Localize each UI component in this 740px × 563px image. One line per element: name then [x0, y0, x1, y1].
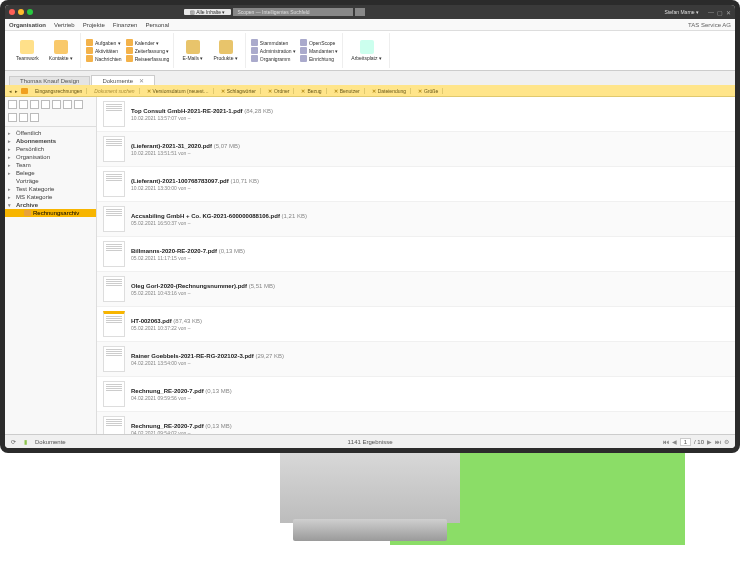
document-row[interactable]: Accsabiling GmbH + Co. KG-2021-600000088…	[97, 202, 735, 237]
view-opt[interactable]	[41, 100, 50, 109]
arbeitsplatz-button[interactable]: Arbeitsplatz ▾	[348, 33, 385, 68]
view-opt[interactable]	[19, 100, 28, 109]
document-row[interactable]: HT-002063.pdf (87,43 KB)05.02.2021 10:37…	[97, 307, 735, 342]
zeiterfassung-button[interactable]: Zeiterfassung ▾	[126, 47, 170, 54]
document-row[interactable]: Rainer Goebbels-2021-RE-RG-202102-3.pdf …	[97, 342, 735, 377]
monitor-stand	[280, 453, 460, 523]
emails-button[interactable]: E-Mails ▾	[179, 33, 206, 68]
filter-folder[interactable]: Eingangsrechnungen	[31, 88, 87, 94]
tenant-icon	[300, 47, 307, 54]
view-opt[interactable]	[19, 113, 28, 122]
doc-meta: 05.02.2021 10:43:16 von –	[131, 290, 275, 296]
filter-col-0[interactable]: ✕ Schlagwörter	[217, 88, 261, 94]
tab-dokumente[interactable]: Dokumente✕	[91, 75, 155, 85]
page-prev-icon[interactable]: ◀	[672, 438, 677, 445]
tree-node[interactable]: ▸Abonnements	[5, 137, 96, 145]
close-icon[interactable]: ✕	[726, 9, 731, 16]
tree-node[interactable]: Rechnungsarchiv	[5, 209, 96, 217]
document-row[interactable]: Top Consult GmbH-2021-RE-2021-1.pdf (84,…	[97, 97, 735, 132]
view-opt[interactable]	[63, 100, 72, 109]
doc-meta: 10.02.2021 13:57:07 von –	[131, 115, 273, 121]
refresh-icon[interactable]: ⟳	[11, 438, 16, 445]
einrichtung-button[interactable]: Einrichtung	[300, 55, 338, 62]
page-first-icon[interactable]: ⏮	[663, 439, 669, 445]
window-min-dot[interactable]	[18, 9, 24, 15]
menu-vertrieb[interactable]: Vertrieb	[54, 22, 75, 28]
tab-close-icon[interactable]: ✕	[139, 78, 144, 84]
window-close-dot[interactable]	[9, 9, 15, 15]
document-row[interactable]: (Lieferant)-2021-100768783097.pdf (10,71…	[97, 167, 735, 202]
tree-node[interactable]: ▸Persönlich	[5, 145, 96, 153]
document-row[interactable]: Billmanns-2020-RE-2020-7.pdf (0,13 MB)05…	[97, 237, 735, 272]
filter-col-2[interactable]: ✕ Bezug	[297, 88, 326, 94]
openscope-button[interactable]: OpenScope	[300, 39, 338, 46]
page-next-icon[interactable]: ▶	[707, 438, 712, 445]
tree-node[interactable]: Vorträge	[5, 177, 96, 185]
tree-node[interactable]: ▸Team	[5, 161, 96, 169]
filter-search-input[interactable]: Dokument suchen	[90, 88, 139, 94]
organigramm-button[interactable]: Organigramm	[251, 55, 296, 62]
tab-design[interactable]: Thomas Knauf Design	[9, 76, 90, 85]
tree-node[interactable]: ▸Test Kategorie	[5, 185, 96, 193]
user-menu[interactable]: Stefan Marne ▾	[665, 9, 699, 15]
tree-node[interactable]: ▾Archive	[5, 201, 96, 209]
tree-node[interactable]: ▸Belege	[5, 169, 96, 177]
filter-col-3[interactable]: ✕ Benutzer	[330, 88, 365, 94]
page-last-icon[interactable]: ⏭	[715, 439, 721, 445]
kontakte-icon	[54, 40, 68, 54]
header-search-dropdown[interactable]	[355, 8, 365, 16]
filter-col-5[interactable]: ✕ Größe	[414, 88, 443, 94]
page-input[interactable]: 1	[680, 438, 691, 446]
kontakte-button[interactable]: Kontakte ▾	[46, 33, 76, 68]
tree-node[interactable]: ▸Öffentlich	[5, 129, 96, 137]
settings-icon[interactable]: ⚙	[724, 438, 729, 445]
tree-node[interactable]: ▸MS Kategorie	[5, 193, 96, 201]
view-opt[interactable]	[8, 113, 17, 122]
aufgaben-button[interactable]: Aufgaben ▾	[86, 39, 122, 46]
header-search-input[interactable]: Scopen — Intelligentes Suchfeld	[233, 8, 353, 16]
nachrichten-button[interactable]: Nachrichten	[86, 55, 122, 62]
kalender-button[interactable]: Kalender ▾	[126, 39, 170, 46]
maximize-icon[interactable]: ▢	[717, 9, 723, 16]
view-opt[interactable]	[30, 113, 39, 122]
doc-thumbnail	[103, 136, 125, 162]
stammdaten-button[interactable]: Stammdaten	[251, 39, 296, 46]
view-opt[interactable]	[52, 100, 61, 109]
doc-meta: 10.02.2021 13:51:51 von –	[131, 150, 240, 156]
aktivitaeten-button[interactable]: Aktivitäten	[86, 47, 122, 54]
menu-finanzen[interactable]: Finanzen	[113, 22, 138, 28]
chart-icon[interactable]: ▮	[24, 438, 27, 445]
view-opt[interactable]	[74, 100, 83, 109]
filter-version[interactable]: ✕ Versionsdatum (neuest…	[143, 88, 214, 94]
travel-icon	[126, 55, 133, 62]
administration-button[interactable]: Administration ▾	[251, 47, 296, 54]
nav-fwd-icon[interactable]: ▸	[15, 88, 18, 94]
admin-icon	[251, 47, 258, 54]
page-total: / 10	[694, 439, 704, 445]
nav-back-icon[interactable]: ◂	[9, 88, 12, 94]
mandanten-button[interactable]: Mandanten ▾	[300, 47, 338, 54]
tree-node[interactable]: ▸Organisation	[5, 153, 96, 161]
produkte-button[interactable]: Produkte ▾	[210, 33, 240, 68]
reiseerfassung-button[interactable]: Reiseerfassung	[126, 55, 170, 62]
doc-name: Rechnung_RE-2020-7.pdf (0,13 MB)	[131, 388, 232, 394]
menu-personal[interactable]: Personal	[145, 22, 169, 28]
teamwork-button[interactable]: Teamwork	[13, 33, 42, 68]
doc-name: Billmanns-2020-RE-2020-7.pdf (0,13 MB)	[131, 248, 245, 254]
main-menubar: Organisation Vertrieb Projekte Finanzen …	[5, 19, 735, 31]
document-row[interactable]: Rechnung_RE-2020-7.pdf (0,13 MB)04.02.20…	[97, 377, 735, 412]
document-row[interactable]: (Lieferant)-2021-31_2020.pdf (5,07 MB)10…	[97, 132, 735, 167]
minimize-icon[interactable]: —	[708, 9, 714, 16]
window-max-dot[interactable]	[27, 9, 33, 15]
menu-organisation[interactable]: Organisation	[9, 22, 46, 28]
document-row[interactable]: Oleg Gorl-2020-(Rechnungsnummer).pdf (5,…	[97, 272, 735, 307]
document-tabs: Thomas Knauf Design Dokumente✕	[5, 71, 735, 85]
header-filter-dropdown[interactable]: ▨ Alle Inhalte ▾	[184, 9, 231, 15]
filter-col-4[interactable]: ✕ Dateiendung	[368, 88, 411, 94]
view-opt[interactable]	[8, 100, 17, 109]
document-row[interactable]: Rechnung_RE-2020-7.pdf (0,13 MB)04.02.20…	[97, 412, 735, 434]
doc-thumbnail	[103, 101, 125, 127]
filter-col-1[interactable]: ✕ Ordner	[264, 88, 295, 94]
menu-projekte[interactable]: Projekte	[83, 22, 105, 28]
view-opt[interactable]	[30, 100, 39, 109]
